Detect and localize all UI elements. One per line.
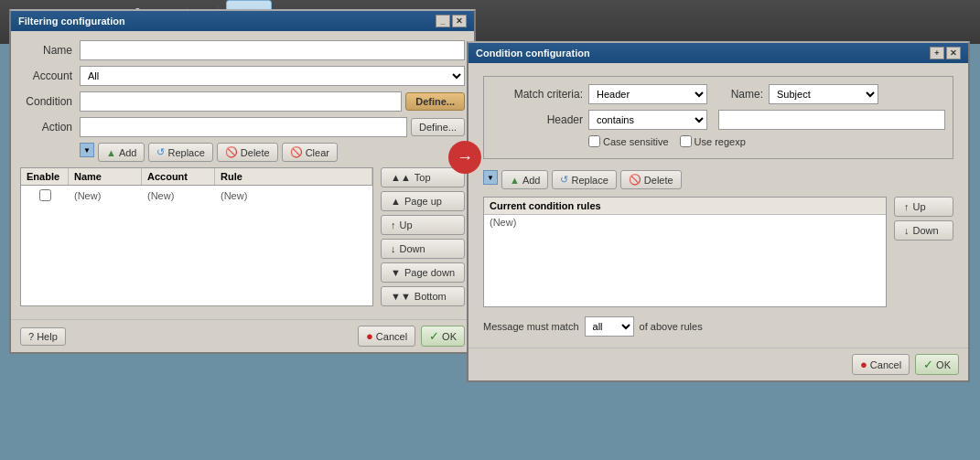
cond-name-select[interactable]: Subject [769, 84, 878, 104]
condition-ok-btn[interactable]: ✓ OK [915, 354, 959, 375]
condition-content: Match criteria: Header Name: Subject Hea… [468, 63, 968, 348]
arrow-indicator: → [448, 141, 481, 174]
condition-cancel-btn[interactable]: ● Cancel [852, 354, 910, 375]
cond-down-btn[interactable]: ↓ Down [894, 220, 953, 241]
th-rule: Rule [215, 168, 372, 185]
cond-ok-icon: ✓ [923, 358, 933, 371]
case-sensitive-checkbox[interactable] [588, 135, 600, 147]
bottom-btn[interactable]: ▼▼ Bottom [381, 286, 465, 306]
replace-icon: ↺ [156, 146, 165, 158]
filter-title: Filtering configuration [18, 16, 125, 27]
condition-table-area: Current condition rules (New) ↑ Up ↓ Dow… [483, 197, 953, 307]
condition-label: Condition [20, 95, 80, 108]
cond-add-icon: ▲ [510, 175, 520, 186]
match-criteria-label: Match criteria: [491, 88, 583, 101]
match-row: Message must match all of above rules [476, 311, 961, 342]
row-name: (New) [69, 188, 142, 203]
down-btn[interactable]: ↓ Down [381, 239, 465, 259]
filter-content: Name Account All Condition Define... Act… [11, 31, 474, 316]
match-criteria-row: Match criteria: Header Name: Subject [491, 84, 945, 104]
condition-table: Current condition rules (New) [483, 197, 887, 307]
account-label: Account [20, 70, 80, 82]
filter-nav-btns: ▲▲ Top ▲ Page up ↑ Up ↓ Down ▼ Page do [381, 167, 465, 306]
help-btn[interactable]: ? Help [20, 327, 66, 346]
condition-action-bar: ▼ ▲ Add ↺ Replace 🚫 Delete [476, 166, 961, 193]
action-define-btn[interactable]: Define... [411, 118, 465, 136]
page-down-btn[interactable]: ▼ Page down [381, 262, 465, 283]
condition-input[interactable] [80, 91, 402, 112]
condition-close-btn[interactable]: ✕ [946, 47, 961, 59]
cond-up-icon: ↑ [904, 201, 910, 212]
match-select[interactable]: all [585, 316, 634, 337]
name-row: Name [20, 40, 465, 60]
cond-cancel-icon: ● [860, 358, 867, 371]
up-icon: ↑ [391, 219, 396, 230]
name-input[interactable] [80, 40, 465, 60]
filter-dialog: Filtering configuration _ ✕ Name Account… [9, 9, 476, 354]
condition-nav-btns: ↑ Up ↓ Down [894, 197, 953, 307]
cond-replace-icon: ↺ [560, 174, 568, 186]
account-select[interactable]: All [80, 66, 465, 86]
cond-add-btn[interactable]: ▲ Add [501, 170, 548, 189]
th-name: Name [69, 168, 142, 185]
condition-titlebar: Condition configuration + ✕ [468, 43, 968, 63]
clear-icon: 🚫 [290, 146, 303, 158]
condition-titlebar-btns: + ✕ [930, 47, 961, 59]
table-row[interactable]: (New) (New) (New) [21, 186, 372, 205]
cond-down-icon: ↓ [904, 225, 910, 236]
down-icon: ↓ [391, 243, 396, 254]
rule-group: Match criteria: Header Name: Subject Hea… [483, 76, 953, 159]
match-suffix: of above rules [640, 321, 703, 332]
filter-titlebar-btns: _ ✕ [436, 15, 467, 27]
enable-checkbox-cell [21, 187, 69, 203]
filter-cancel-btn[interactable]: ● Cancel [358, 326, 415, 347]
enable-checkbox[interactable] [39, 189, 51, 201]
page-up-icon: ▲ [391, 196, 401, 207]
checkbox-row: Case sensitive Use regexp [491, 135, 945, 147]
clear-btn[interactable]: 🚫 Clear [282, 143, 338, 162]
filter-minimize-btn[interactable]: _ [436, 15, 450, 27]
delete-btn[interactable]: 🚫 Delete [217, 143, 278, 162]
condition-title: Condition configuration [476, 48, 590, 59]
match-prefix: Message must match [483, 321, 579, 332]
header-value-input[interactable] [718, 110, 945, 130]
th-enable: Enable [21, 168, 69, 185]
filter-table-area: Enable Name Account Rule (New) (New) (Ne… [20, 167, 465, 306]
filter-close-btn[interactable]: ✕ [452, 15, 467, 27]
action-row: Action Define... [20, 117, 465, 137]
collapse-chevron[interactable]: ▼ [80, 143, 94, 157]
condition-add-btn-title[interactable]: + [930, 47, 944, 59]
th-account: Account [142, 168, 215, 185]
replace-btn[interactable]: ↺ Replace [148, 143, 212, 162]
cond-delete-btn[interactable]: 🚫 Delete [620, 170, 682, 189]
action-input[interactable] [80, 117, 407, 137]
header-select[interactable]: contains [588, 110, 707, 130]
condition-dialog: Condition configuration + ✕ Match criter… [467, 41, 970, 382]
match-criteria-select[interactable]: Header [588, 84, 707, 104]
add-icon: ▲ [106, 147, 116, 158]
add-btn[interactable]: ▲ Add [98, 143, 145, 162]
case-sensitive-label[interactable]: Case sensitive [588, 135, 669, 147]
use-regexp-label[interactable]: Use regexp [680, 135, 746, 147]
page-up-btn[interactable]: ▲ Page up [381, 191, 465, 211]
filter-ok-btn[interactable]: ✓ OK [421, 326, 465, 347]
filter-footer: ? Help ● Cancel ✓ OK [11, 319, 474, 352]
condition-table-row[interactable]: (New) [484, 215, 886, 306]
help-icon: ? [28, 331, 34, 342]
use-regexp-checkbox[interactable] [680, 135, 692, 147]
filter-table: Enable Name Account Rule (New) (New) (Ne… [20, 167, 373, 306]
cond-replace-btn[interactable]: ↺ Replace [552, 170, 616, 189]
up-btn[interactable]: ↑ Up [381, 215, 465, 235]
cond-up-btn[interactable]: ↑ Up [894, 197, 953, 217]
row-rule: (New) [215, 188, 372, 203]
cond-collapse-chevron[interactable]: ▼ [483, 170, 498, 185]
arrow-circle: → [448, 141, 481, 174]
filter-action-bar: ▼ ▲ Add ↺ Replace 🚫 Delete 🚫 Clear [20, 143, 465, 162]
top-icon: ▲▲ [391, 172, 411, 183]
ok-icon: ✓ [429, 329, 439, 343]
action-label: Action [20, 121, 80, 134]
header-row: Header contains [491, 110, 945, 130]
page-down-icon: ▼ [391, 267, 401, 278]
name-label: Name [20, 44, 80, 57]
condition-define-btn[interactable]: Define... [405, 92, 465, 111]
